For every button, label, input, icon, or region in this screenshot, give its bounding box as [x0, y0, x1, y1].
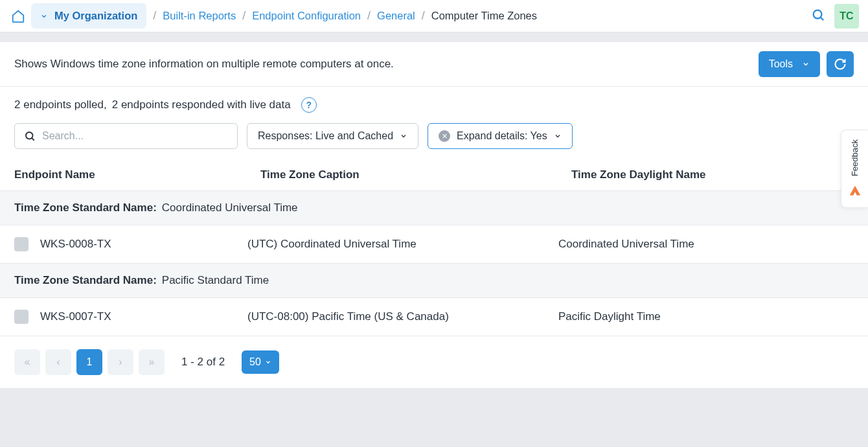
status-polled: 2 endpoints polled,	[14, 98, 107, 111]
crumb-link-reports[interactable]: Built-in Reports	[163, 10, 236, 22]
brand-logo-icon	[848, 184, 862, 198]
expand-filter[interactable]: ✕ Expand details: Yes	[428, 123, 573, 149]
home-icon	[11, 9, 25, 23]
page-next[interactable]: ›	[108, 349, 133, 375]
user-avatar[interactable]: TC	[834, 4, 859, 29]
cell-caption: (UTC) Coordinated Universal Time	[247, 238, 558, 251]
crumb-separator: /	[242, 9, 246, 23]
global-search-button[interactable]	[811, 8, 825, 24]
cell-endpoint: WKS-0008-TX	[40, 238, 111, 251]
description-bar: Shows Windows time zone information on m…	[0, 42, 868, 87]
group-value: Coordinated Universal Time	[162, 201, 298, 214]
search-box[interactable]	[14, 123, 238, 149]
table-row: WKS-0007-TX (UTC-08:00) Pacific Time (US…	[0, 298, 868, 336]
org-name: My Organization	[54, 10, 137, 22]
group-label: Time Zone Standard Name:	[14, 274, 157, 287]
cell-daylight: Pacific Daylight Time	[558, 310, 854, 323]
search-icon	[24, 130, 36, 142]
help-button[interactable]: ?	[301, 97, 317, 113]
search-icon	[811, 8, 825, 22]
tools-dropdown[interactable]: Tools	[759, 51, 820, 77]
status-row: 2 endpoints polled, 2 endpoints responde…	[0, 87, 868, 119]
svg-line-3	[32, 138, 34, 140]
home-button[interactable]	[9, 7, 27, 25]
row-checkbox[interactable]	[14, 237, 29, 251]
col-endpoint[interactable]: Endpoint Name	[14, 168, 260, 181]
report-description: Shows Windows time zone information on m…	[14, 58, 394, 71]
responses-filter[interactable]: Responses: Live and Cached	[247, 123, 418, 149]
cell-endpoint: WKS-0007-TX	[40, 310, 111, 323]
svg-point-2	[26, 132, 33, 139]
expand-filter-label: Expand details: Yes	[457, 130, 547, 142]
crumb-separator: /	[153, 9, 156, 23]
svg-point-0	[814, 10, 822, 19]
table-header: Endpoint Name Time Zone Caption Time Zon…	[0, 159, 868, 191]
svg-line-1	[821, 17, 823, 20]
page-first[interactable]: «	[14, 349, 40, 375]
chevron-down-icon	[802, 60, 810, 68]
org-selector[interactable]: My Organization	[31, 3, 146, 29]
chevron-down-icon	[40, 12, 48, 20]
crumb-link-general[interactable]: General	[377, 10, 415, 22]
page-range: 1 - 2 of 2	[181, 356, 225, 369]
group-header: Time Zone Standard Name: Coordinated Uni…	[0, 191, 868, 225]
search-input[interactable]	[42, 130, 228, 142]
cell-caption: (UTC-08:00) Pacific Time (US & Canada)	[247, 310, 558, 323]
table-row: WKS-0008-TX (UTC) Coordinated Universal …	[0, 225, 868, 264]
tools-label: Tools	[769, 58, 793, 70]
col-caption[interactable]: Time Zone Caption	[260, 168, 571, 181]
chevron-down-icon	[554, 132, 562, 140]
page-prev[interactable]: ‹	[45, 349, 71, 375]
feedback-label: Feedback	[850, 139, 860, 176]
chevron-down-icon	[400, 132, 407, 140]
page-size-selector[interactable]: 50	[242, 350, 279, 374]
refresh-button[interactable]	[827, 51, 854, 77]
feedback-tab[interactable]: Feedback	[841, 130, 868, 208]
page-number[interactable]: 1	[76, 349, 102, 375]
group-value: Pacific Standard Time	[162, 274, 269, 287]
crumb-separator: /	[367, 9, 371, 23]
row-checkbox[interactable]	[14, 310, 29, 324]
crumb-link-endpoint[interactable]: Endpoint Configuration	[252, 10, 361, 22]
breadcrumb-bar: My Organization / Built-in Reports / End…	[0, 0, 868, 32]
group-header: Time Zone Standard Name: Pacific Standar…	[0, 264, 868, 298]
page-size-value: 50	[249, 356, 261, 368]
status-responded: 2 endpoints responded with live data	[112, 98, 291, 111]
refresh-icon	[834, 58, 847, 71]
crumb-separator: /	[422, 9, 425, 23]
group-label: Time Zone Standard Name:	[14, 201, 157, 214]
filter-row: Responses: Live and Cached ✕ Expand deta…	[0, 119, 868, 159]
cell-daylight: Coordinated Universal Time	[558, 238, 854, 251]
col-daylight[interactable]: Time Zone Daylight Name	[571, 168, 854, 181]
responses-filter-label: Responses: Live and Cached	[258, 130, 393, 142]
chevron-down-icon	[265, 359, 271, 365]
crumb-current: Computer Time Zones	[431, 10, 537, 22]
pagination: « ‹ 1 › » 1 - 2 of 2 50	[0, 336, 868, 388]
page-last[interactable]: »	[139, 349, 165, 375]
clear-filter-icon[interactable]: ✕	[439, 130, 450, 142]
